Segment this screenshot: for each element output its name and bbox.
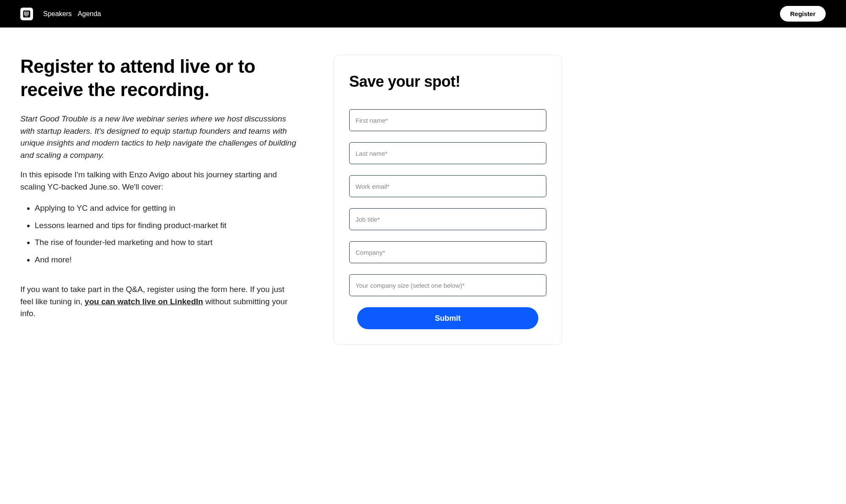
- logo-icon[interactable]: [20, 8, 33, 20]
- company-input[interactable]: [349, 241, 546, 263]
- list-item: Lessons learned and tips for finding pro…: [35, 220, 300, 232]
- work-email-input[interactable]: [349, 175, 546, 197]
- linkedin-link[interactable]: you can watch live on LinkedIn: [85, 297, 203, 306]
- list-item: Applying to YC and advice for getting in: [35, 202, 300, 215]
- intro-paragraph: Start Good Trouble is a new live webinar…: [20, 113, 300, 161]
- main-content: Register to attend live or to receive th…: [0, 28, 601, 372]
- page-title: Register to attend live or to receive th…: [20, 55, 300, 101]
- bullet-list: Applying to YC and advice for getting in…: [20, 202, 300, 266]
- episode-paragraph: In this episode I'm talking with Enzo Av…: [20, 169, 300, 193]
- form-title: Save your spot!: [349, 73, 546, 91]
- job-title-input[interactable]: [349, 208, 546, 230]
- form-column: Save your spot! Your company size (selec…: [333, 55, 562, 345]
- header: Speakers Agenda Register: [0, 0, 846, 28]
- nav-agenda[interactable]: Agenda: [78, 10, 101, 18]
- list-item: And more!: [35, 254, 300, 266]
- nav-speakers[interactable]: Speakers: [43, 10, 72, 18]
- svg-rect-4: [28, 11, 29, 15]
- svg-rect-3: [27, 11, 28, 17]
- svg-rect-2: [25, 11, 26, 17]
- content-column: Register to attend live or to receive th…: [20, 55, 300, 345]
- last-name-input[interactable]: [349, 142, 546, 164]
- list-item: The rise of founder-led marketing and ho…: [35, 237, 300, 249]
- nav-links: Speakers Agenda: [43, 10, 101, 18]
- submit-button[interactable]: Submit: [357, 307, 539, 329]
- registration-form: Save your spot! Your company size (selec…: [333, 55, 562, 345]
- svg-rect-1: [24, 11, 25, 15]
- header-left: Speakers Agenda: [20, 8, 101, 20]
- company-size-select[interactable]: Your company size (select one below)*: [349, 274, 546, 296]
- register-button[interactable]: Register: [780, 6, 826, 22]
- first-name-input[interactable]: [349, 109, 546, 131]
- closing-paragraph: If you want to take part in the Q&A, reg…: [20, 284, 300, 320]
